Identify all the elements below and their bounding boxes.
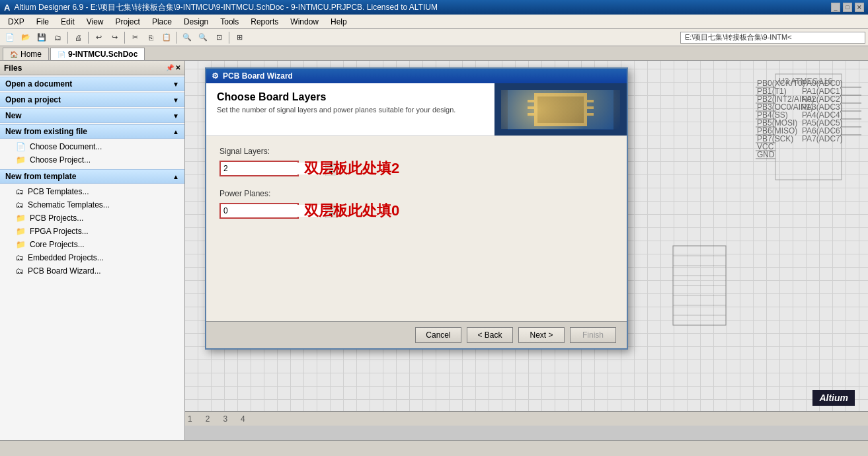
files-panel: Files 📌 ✕ Open a document ▼ Open a proje…: [0, 61, 185, 440]
home-icon: 🏠: [10, 51, 18, 58]
menu-edit[interactable]: Edit: [56, 16, 80, 28]
menu-view[interactable]: View: [81, 16, 109, 28]
svg-rect-50: [528, 106, 534, 109]
menu-design[interactable]: Design: [178, 16, 214, 28]
toolbar-print[interactable]: 🖨: [71, 31, 85, 44]
finish-button[interactable]: Finish: [570, 327, 616, 343]
choose-project-label: Choose Project...: [30, 155, 91, 165]
signal-layers-annotation: 双层板此处填2: [304, 159, 399, 178]
menu-tools[interactable]: Tools: [215, 16, 244, 28]
dialog-overlay: ⚙ PCB Board Wizard Choose Board Layers S…: [185, 61, 868, 426]
close-button[interactable]: ✕: [855, 3, 864, 12]
section-new-from-existing-arrow: ▲: [173, 128, 179, 135]
section-new-from-existing-content: 📄 Choose Document... 📁 Choose Project...: [0, 139, 184, 168]
power-planes-label: Power Planes:: [219, 189, 613, 198]
title-bar-controls[interactable]: _ □ ✕: [831, 3, 864, 12]
menu-help[interactable]: Help: [325, 16, 352, 28]
menu-project[interactable]: Project: [110, 16, 145, 28]
section-new[interactable]: New ▼: [0, 108, 184, 123]
sidebar-item-pcb-board-wizard[interactable]: 🗂 PCB Board Wizard...: [0, 264, 184, 278]
wizard-banner-text: Choose Board Layers Set the number of si…: [206, 83, 494, 135]
cancel-button[interactable]: Cancel: [415, 327, 461, 343]
section-open-document-arrow: ▼: [173, 81, 179, 88]
menu-place[interactable]: Place: [147, 16, 177, 28]
toolbar-zoom-fit[interactable]: ⊡: [212, 31, 226, 44]
toolbar-copy[interactable]: ⎘: [143, 31, 158, 44]
sidebar-item-pcb-templates[interactable]: 🗂 PCB Templates...: [0, 185, 184, 198]
pcb-projects-icon: 📁: [16, 213, 26, 223]
toolbar-undo[interactable]: ↩: [91, 31, 106, 44]
next-button[interactable]: Next >: [518, 327, 565, 343]
embedded-projects-label: Embedded Projects...: [28, 253, 104, 262]
section-new-from-template[interactable]: New from template ▲: [0, 169, 184, 184]
sidebar-item-core-projects[interactable]: 📁 Core Projects...: [0, 238, 184, 251]
schdoc-icon: 📄: [58, 51, 65, 58]
toolbar-cut[interactable]: ✂: [128, 31, 142, 44]
tab-schdoc-label: 9-INTMCU.SchDoc: [68, 50, 138, 59]
svg-rect-54: [587, 113, 594, 116]
sidebar-item-schematic-templates[interactable]: 🗂 Schematic Templates...: [0, 198, 184, 211]
signal-layers-row: ▲ ▼ 双层板此处填2: [219, 159, 613, 178]
toolbar-redo[interactable]: ↪: [107, 31, 122, 44]
toolbar-paste[interactable]: 📋: [159, 31, 174, 44]
pcb-board-wizard-icon: 🗂: [16, 266, 24, 276]
sidebar-item-choose-project[interactable]: 📁 Choose Project...: [0, 153, 184, 167]
sidebar-item-pcb-projects[interactable]: 📁 PCB Projects...: [0, 211, 184, 225]
toolbar-sep-4: [177, 32, 177, 44]
status-bar: [0, 440, 868, 455]
menu-dxp[interactable]: DXP: [3, 16, 30, 28]
sidebar-item-embedded-projects[interactable]: 🗂 Embedded Projects...: [0, 251, 184, 264]
toolbar-zoom-out[interactable]: 🔍: [196, 31, 210, 44]
signal-layers-group: Signal Layers: ▲ ▼ 双层板此处填2: [219, 147, 613, 178]
schematic-templates-label: Schematic Templates...: [28, 200, 110, 209]
maximize-button[interactable]: □: [843, 3, 852, 12]
toolbar-zoom-in[interactable]: 🔍: [180, 31, 194, 44]
menu-window[interactable]: Window: [285, 16, 324, 28]
minimize-button[interactable]: _: [831, 3, 840, 12]
toolbar: 📄 📂 💾 🗂 🖨 ↩ ↪ ✂ ⎘ 📋 🔍 🔍 ⊡ ⊞ E:\项目七集\转接板合…: [0, 29, 868, 46]
pcb-board-wizard-dialog: ⚙ PCB Board Wizard Choose Board Layers S…: [205, 67, 628, 350]
toolbar-sep-1: [67, 32, 68, 44]
fpga-projects-label: FPGA Projects...: [30, 227, 89, 236]
svg-rect-49: [528, 100, 534, 102]
toolbar-save[interactable]: 💾: [34, 31, 49, 44]
menu-bar: DXP File Edit View Project Place Design …: [0, 15, 868, 29]
core-projects-icon: 📁: [16, 240, 26, 249]
section-open-project-arrow: ▼: [173, 96, 179, 104]
tab-home[interactable]: 🏠 Home: [3, 48, 49, 60]
section-open-document-label: Open a document: [5, 79, 72, 89]
title-bar-text: Altium Designer 6.9 - E:\项目七集\转接板合集\9-IN…: [14, 2, 438, 13]
wizard-body: Signal Layers: ▲ ▼ 双层板此处填2: [206, 136, 627, 321]
tab-schdoc[interactable]: 📄 9-INTMCU.SchDoc: [50, 48, 145, 60]
menu-file[interactable]: File: [31, 16, 54, 28]
app-logo: A: [4, 3, 10, 13]
section-open-project[interactable]: Open a project ▼: [0, 93, 184, 107]
section-new-from-existing[interactable]: New from existing file ▲: [0, 124, 184, 139]
sidebar-item-choose-document[interactable]: 📄 Choose Document...: [0, 140, 184, 153]
menu-reports[interactable]: Reports: [245, 16, 284, 28]
toolbar-hierarchy[interactable]: ⊞: [232, 31, 247, 44]
signal-layers-label: Signal Layers:: [219, 147, 613, 156]
choose-doc-icon: 📄: [16, 142, 26, 151]
dialog-titlebar: ⚙ PCB Board Wizard: [206, 69, 627, 83]
toolbar-save-all[interactable]: 🗂: [50, 31, 65, 44]
title-bar: A Altium Designer 6.9 - E:\项目七集\转接板合集\9-…: [0, 0, 868, 15]
toolbar-open[interactable]: 📂: [19, 31, 33, 44]
toolbar-new[interactable]: 📄: [3, 31, 17, 44]
pcb-templates-label: PCB Templates...: [28, 187, 89, 196]
pcb-board-wizard-label: PCB Board Wizard...: [28, 266, 101, 276]
section-new-from-template-arrow: ▲: [173, 173, 179, 180]
section-open-document[interactable]: Open a document ▼: [0, 77, 184, 91]
svg-rect-45: [494, 83, 627, 135]
svg-rect-51: [528, 113, 534, 116]
pcb-projects-label: PCB Projects...: [30, 213, 83, 223]
sidebar-close-icon[interactable]: ✕: [175, 64, 180, 71]
section-new-arrow: ▼: [173, 112, 179, 120]
section-new-from-template-content: 🗂 PCB Templates... 🗂 Schematic Templates…: [0, 184, 184, 279]
sidebar-pin-icon[interactable]: 📌: [166, 64, 174, 71]
power-planes-row: ▲ ▼ 双层板此处填0: [219, 201, 613, 221]
back-button[interactable]: < Back: [467, 327, 513, 343]
toolbar-sep-3: [124, 32, 125, 44]
banner-pcb-svg: [494, 83, 627, 135]
sidebar-item-fpga-projects[interactable]: 📁 FPGA Projects...: [0, 225, 184, 238]
